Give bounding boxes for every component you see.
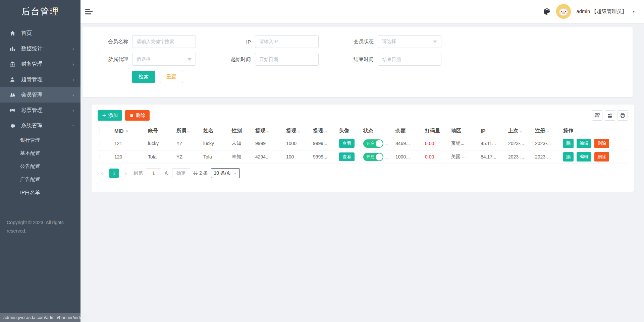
- cell-last-login: 2023-...: [506, 150, 533, 164]
- toggle-columns-button[interactable]: [592, 110, 602, 121]
- cell-agent: YZ: [174, 150, 201, 164]
- cell-withdraw3: 9999...: [311, 150, 337, 164]
- sidebar-item-system[interactable]: 系统管理 ›: [0, 118, 80, 133]
- user-avatar[interactable]: [556, 4, 571, 19]
- cell-name: lucky: [201, 137, 230, 150]
- user-menu-caret-icon[interactable]: ▾: [633, 9, 635, 14]
- sidebar-item-label: 彩票管理: [21, 107, 43, 114]
- username-label[interactable]: admin 【超级管理员】: [576, 8, 627, 15]
- select-caret-icon: ⌄: [234, 171, 237, 175]
- member-status-select[interactable]: 请选择: [378, 35, 441, 48]
- plus-icon: [102, 113, 106, 118]
- col-header-agent: 所属...: [174, 125, 201, 137]
- chevron-right-icon: ›: [72, 76, 74, 83]
- ip-input[interactable]: [255, 35, 319, 48]
- chevron-right-icon: ›: [72, 46, 74, 52]
- field-member-status: 会员状态 请选择: [346, 35, 469, 48]
- sidebar-item-stats[interactable]: 数据统计 ›: [0, 41, 80, 56]
- next-page-button[interactable]: ›: [122, 170, 130, 177]
- field-label: 所属代理: [101, 56, 128, 63]
- field-label: 会员名称: [101, 39, 128, 45]
- field-end-time: 结束时间: [346, 53, 469, 66]
- pagination: ‹ 1 › 到第 页 确定 共 2 条 10 条/页 ⌄: [98, 168, 628, 178]
- delete-button[interactable]: 删除: [125, 110, 150, 121]
- col-header-balance: 余额: [393, 125, 423, 137]
- people-icon: [9, 91, 16, 98]
- kick-button[interactable]: 踢: [563, 152, 574, 162]
- person-icon: [9, 76, 16, 83]
- table-row: 120 Tola YZ Tola 未知 4294... 100 9999... …: [98, 150, 628, 164]
- columns-icon: [594, 113, 600, 118]
- view-avatar-button[interactable]: 查看: [339, 139, 355, 148]
- reset-button[interactable]: 重置: [160, 71, 183, 83]
- cell-withdraw3: 9999...: [311, 137, 337, 150]
- export-button[interactable]: [605, 110, 615, 121]
- cell-withdraw2: 1000: [284, 137, 311, 150]
- col-header-region: 地区: [449, 125, 479, 137]
- field-label: 起始时间: [223, 56, 251, 63]
- sidebar-subitem-basic-config[interactable]: 基本配置: [0, 146, 80, 159]
- goto-page-input[interactable]: [146, 168, 161, 178]
- page-size-select[interactable]: 10 条/页 ⌄: [211, 168, 240, 178]
- sidebar-item-home[interactable]: 首页: [0, 25, 80, 41]
- delete-row-button[interactable]: 删除: [594, 139, 609, 148]
- edit-button[interactable]: 编辑: [577, 139, 591, 148]
- add-button[interactable]: 添加: [98, 110, 122, 121]
- cell-ip: 45.11...: [479, 137, 506, 150]
- sidebar-subitem-ip-whitelist[interactable]: IP白名单: [0, 186, 80, 199]
- theme-palette-icon[interactable]: [543, 8, 551, 15]
- cell-gender: 未知: [230, 150, 253, 164]
- sidebar-item-label: 系统管理: [21, 122, 43, 129]
- sidebar-item-superadmin[interactable]: 超管管理 ›: [0, 72, 80, 87]
- cell-withdraw2: 100: [284, 150, 311, 164]
- page-1-button[interactable]: 1: [109, 169, 119, 178]
- cell-dama: 0.00: [423, 150, 449, 164]
- edit-button[interactable]: 编辑: [577, 152, 591, 162]
- col-header-last-login: 上次...: [506, 125, 533, 137]
- prev-page-button[interactable]: ‹: [98, 170, 106, 177]
- view-avatar-button[interactable]: 查看: [339, 152, 355, 161]
- col-header-status: 状态: [361, 125, 393, 137]
- status-toggle[interactable]: 开启: [363, 153, 383, 161]
- col-header-mid: MID: [114, 128, 124, 134]
- search-button[interactable]: 检索: [132, 71, 155, 83]
- agent-select[interactable]: 请选择: [132, 53, 196, 66]
- col-header-register: 注册...: [533, 125, 561, 137]
- end-date-input[interactable]: [378, 53, 441, 66]
- col-header-name: 姓名: [201, 125, 230, 137]
- select-all-checkbox[interactable]: [100, 128, 100, 134]
- sidebar-item-lottery[interactable]: 彩票管理 ›: [0, 103, 80, 118]
- sidebar-subitem-bank[interactable]: 银行管理: [0, 133, 80, 146]
- select-caret-icon: [187, 58, 192, 61]
- row-checkbox[interactable]: [100, 140, 100, 146]
- sidebar-toggle-icon[interactable]: [85, 7, 94, 16]
- col-header-withdraw1: 提现...: [253, 125, 284, 137]
- field-agent: 所属代理 请选择: [101, 53, 223, 66]
- cell-agent: YZ: [174, 137, 201, 150]
- member-name-input[interactable]: [132, 35, 196, 48]
- row-checkbox[interactable]: [100, 154, 100, 160]
- sidebar-subitem-notice-config[interactable]: 公告配置: [0, 159, 80, 173]
- home-icon: [9, 30, 16, 37]
- kick-button[interactable]: 踢: [563, 139, 574, 148]
- chevron-right-icon: ›: [72, 92, 74, 98]
- sidebar-item-finance[interactable]: 财务管理 ›: [0, 56, 80, 72]
- col-header-ip: IP: [479, 125, 506, 137]
- status-toggle[interactable]: 开启: [363, 139, 383, 148]
- print-button[interactable]: [618, 110, 628, 121]
- sidebar-item-label: 财务管理: [21, 61, 43, 68]
- table-row: 121 lucky YZ lucky 未知 9999 1000 9999... …: [98, 137, 628, 150]
- cell-register: 2023-...: [533, 150, 561, 164]
- delete-row-button[interactable]: 删除: [594, 152, 609, 162]
- goto-suffix-label: 页: [164, 170, 169, 176]
- sort-icon[interactable]: ▲▼: [126, 129, 128, 133]
- goto-confirm-button[interactable]: 确定: [172, 168, 190, 178]
- start-date-input[interactable]: [255, 53, 319, 66]
- cell-dama: 0.00: [423, 137, 449, 150]
- sidebar-item-members[interactable]: 会员管理 ›: [0, 87, 80, 103]
- sidebar: 后台管理 首页 数据统计 › 财务管理 › 超管管理: [0, 0, 80, 322]
- cell-ip: 84.17...: [479, 150, 506, 164]
- sidebar-subitem-ad-config[interactable]: 广告配置: [0, 173, 80, 186]
- cell-region: 柬埔...: [449, 137, 479, 150]
- cell-name: Tola: [201, 150, 230, 164]
